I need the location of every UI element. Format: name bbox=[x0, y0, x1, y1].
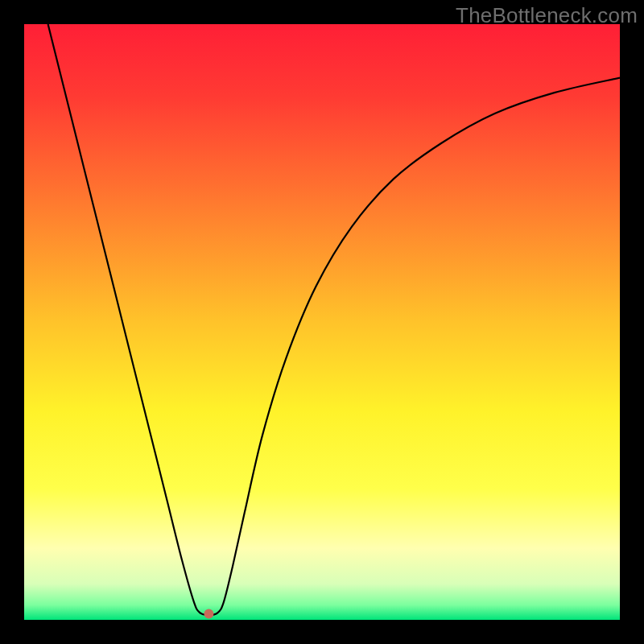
chart-background bbox=[24, 24, 620, 620]
min-marker bbox=[204, 609, 213, 619]
chart-frame bbox=[24, 24, 620, 620]
watermark-text: TheBottleneck.com bbox=[456, 3, 638, 28]
bottleneck-chart bbox=[24, 24, 620, 620]
